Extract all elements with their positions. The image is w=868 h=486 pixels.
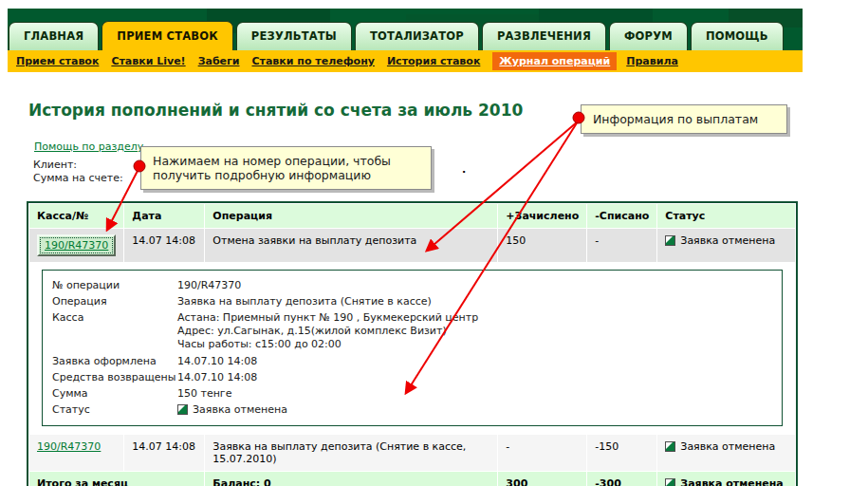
detail-label: Заявка оформлена (52, 355, 177, 367)
client-label: Клиент: (33, 159, 77, 171)
table-footer-row: Итого за месяц Баланс: 0 Операций: 4 300… (29, 472, 795, 486)
subnav-istoriya-stavok[interactable]: История ставок (387, 55, 480, 67)
detail-operation: Операция Заявка на выплату депозита (Сня… (52, 295, 772, 308)
detail-amount: Сумма 150 тенге (52, 387, 772, 400)
tooltip-click-operation: Нажимаем на номер операции, чтобы получи… (140, 146, 432, 190)
detail-value: 14.07.10 14:08 (177, 371, 257, 383)
footer-debited: -300 (587, 472, 656, 486)
tab-pomosch[interactable]: ПОМОЩЬ (691, 22, 784, 50)
header-kassa: Касса/№ (29, 204, 123, 228)
tab-priem-stavok[interactable]: ПРИЕМ СТАВОК (102, 21, 233, 50)
header-debited: -Списано (587, 204, 656, 228)
operation-details-panel: № операции 190/R47370 Операция Заявка на… (42, 270, 783, 426)
header-credited: +Зачислено (498, 204, 586, 228)
subnav-pravila[interactable]: Правила (626, 55, 678, 67)
operations-table: Касса/№ Дата Операция +Зачислено -Списан… (27, 201, 798, 486)
status-checked-icon (665, 478, 675, 486)
cell-kassa: 190/R47370 (29, 229, 123, 262)
detail-created: Заявка оформлена 14.07.10 14:08 (52, 355, 772, 367)
status-text: Заявка отменена - 4 (665, 477, 783, 486)
page: ГЛАВНАЯ ПРИЕМ СТАВОК РЕЗУЛЬТАТЫ ТОТАЛИЗА… (0, 0, 868, 486)
footer-summary-cell: Баланс: 0 Операций: 4 (205, 472, 497, 486)
cell-credited: - (498, 435, 586, 471)
status-checked-icon (665, 441, 675, 452)
account-sum-label: Сумма на счете: (33, 172, 123, 184)
detail-kassa: Касса Астана: Приемный пункт № 190 , Бук… (52, 311, 772, 351)
detail-value: 190/R47370 (177, 279, 241, 291)
table-row-2: 190/R47370 14.07 14:08 Заявка на выплату… (29, 435, 795, 471)
subnav-stavki-po-telefonu[interactable]: Ставки по телефону (251, 55, 374, 67)
status-text: Заявка отменена (680, 440, 775, 453)
tooltip-payments-info: Информация по выплатам (581, 104, 787, 134)
operations-table-wrap: Касса/№ Дата Операция +Зачислено -Списан… (27, 201, 798, 486)
detail-returned: Средства возвращены 14.07.10 14:08 (52, 371, 772, 383)
status-text: Заявка отменена (193, 403, 287, 416)
page-title: История пополнений и снятий со счета за … (28, 101, 523, 120)
cell-debited: -150 (587, 435, 656, 471)
subnav-zabegi[interactable]: Забеги (198, 55, 240, 67)
detail-status: Статус Заявка отменена (52, 403, 772, 416)
operation-number-link[interactable]: 190/R47370 (45, 239, 108, 252)
main-tab-bar: ГЛАВНАЯ ПРИЕМ СТАВОК РЕЗУЛЬТАТЫ ТОТАЛИЗА… (9, 21, 784, 50)
header-operation: Операция (205, 204, 497, 228)
detail-op-number: № операции 190/R47370 (52, 279, 772, 291)
kassa-line-2: Адрес: ул.Сагынак, д.15(жилой комплекс В… (177, 325, 478, 337)
detail-value: Заявка на выплату депозита (Снятие в кас… (177, 295, 432, 308)
detail-label: Средства возвращены (52, 371, 177, 383)
detail-value: 150 тенге (177, 387, 231, 400)
footer-balance: Баланс: 0 (212, 477, 489, 486)
cell-status: Заявка отменена (657, 435, 795, 471)
subnav-priem-stavok[interactable]: Прием ставок (16, 55, 99, 67)
subnav-stavki-live[interactable]: Ставки Live! (111, 55, 185, 67)
table-row-1: 190/R47370 14.07 14:08 Отмена заявки на … (29, 229, 795, 262)
footer-credited: 300 (498, 472, 586, 486)
footer-status: Заявка отменена - 4 (657, 472, 795, 486)
tab-totalizator[interactable]: ТОТАЛИЗАТОР (355, 22, 479, 50)
cell-operation: Заявка на выплату депозита (Снятие в кас… (205, 435, 497, 471)
cell-date: 14.07 14:08 (124, 435, 204, 471)
tab-razvlecheniya[interactable]: РАЗВЛЕЧЕНИЯ (482, 22, 606, 50)
header-status: Статус (657, 204, 795, 228)
table-header-row: Касса/№ Дата Операция +Зачислено -Списан… (29, 204, 795, 228)
detail-label: Касса (52, 311, 177, 351)
detail-label: Сумма (52, 387, 177, 400)
tab-forum[interactable]: ФОРУМ (609, 22, 688, 50)
details-row: № операции 190/R47370 Операция Заявка на… (29, 263, 795, 434)
help-section-link[interactable]: Помощь по разделу (34, 140, 143, 153)
tab-rezultaty[interactable]: РЕЗУЛЬТАТЫ (236, 22, 352, 50)
stray-dot: . (462, 163, 466, 176)
cell-operation: Отмена заявки на выплату депозита (205, 229, 497, 262)
details-cell: № операции 190/R47370 Операция Заявка на… (29, 263, 795, 434)
cell-credited: 150 (498, 229, 586, 262)
status-checked-icon (177, 404, 188, 415)
detail-value: Астана: Приемный пункт № 190 , Букмекерс… (177, 311, 478, 351)
operation-number-button[interactable]: 190/R47370 (37, 234, 116, 256)
header-date: Дата (124, 204, 204, 228)
detail-value: 14.07.10 14:08 (177, 355, 257, 367)
detail-label: Операция (52, 295, 177, 308)
detail-label: № операции (52, 279, 177, 291)
status-checked-icon (665, 235, 675, 246)
sub-nav-bar: Прием ставок Ставки Live! Забеги Ставки … (8, 50, 803, 72)
footer-label-cell: Итого за месяц (29, 472, 204, 486)
cell-kassa: 190/R47370 (29, 435, 123, 471)
kassa-line-3: Часы работы: с15:00 до 02:00 (177, 338, 478, 350)
detail-value: Заявка отменена (177, 403, 287, 416)
status-text: Заявка отменена (680, 234, 775, 247)
subnav-zhurnal-operaciy[interactable]: Журнал операций (492, 52, 617, 70)
tab-glavnaya[interactable]: ГЛАВНАЯ (9, 22, 99, 50)
kassa-line-1: Астана: Приемный пункт № 190 , Букмекерс… (177, 311, 478, 324)
cell-debited: - (587, 229, 656, 262)
operation-number-link[interactable]: 190/R47370 (37, 440, 101, 453)
cell-date: 14.07 14:08 (124, 229, 204, 262)
detail-label: Статус (52, 403, 177, 416)
cell-status: Заявка отменена (657, 229, 795, 262)
